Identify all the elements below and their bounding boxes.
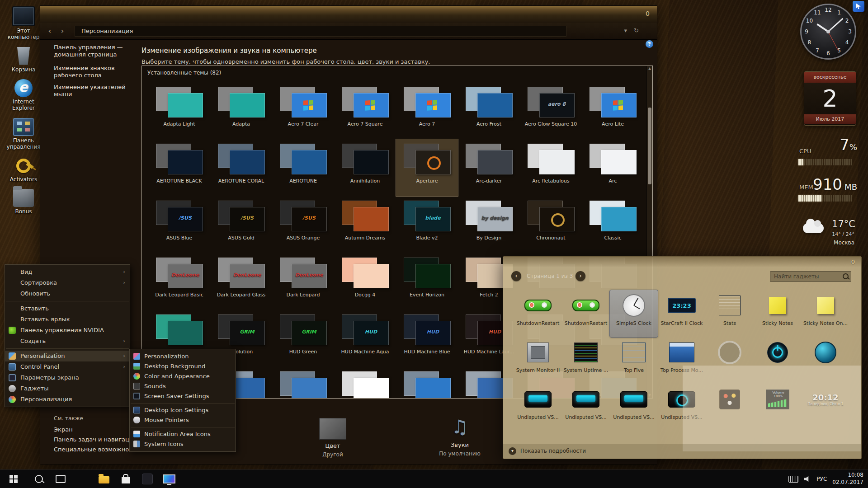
gadget-globe[interactable]	[802, 337, 849, 384]
sidebar-item-desktop-icons[interactable]: Изменение значков рабочего стола	[54, 65, 140, 80]
gadgets-next-page-button[interactable]: ›	[576, 271, 585, 281]
taskbar-app-dark-button[interactable]	[137, 470, 157, 488]
sidebar-item-home[interactable]: Панель управления — домашняя страница	[54, 44, 140, 59]
gadget-ShutdownRestart[interactable]: ShutdownRestart	[562, 290, 610, 337]
desktop-icon-activators[interactable]: Activators	[2, 157, 45, 183]
desktop-icon-control[interactable]: Панель управления	[2, 118, 45, 150]
sidebar-item-accessibility[interactable]: Специальные возможности	[54, 446, 140, 453]
context-menu-item-панель-управления-nvidia[interactable]: Панель управления NVIDIA	[5, 325, 130, 336]
theme-Annihilation[interactable]: Annihilation	[334, 139, 396, 196]
theme-Aero 7[interactable]: Aero 7	[396, 82, 458, 139]
theme-thumbnail[interactable]	[272, 367, 334, 399]
theme-Blade v2[interactable]: bladeBlade v2	[396, 196, 458, 253]
tray-clock[interactable]: 10:08 02.07.2017	[832, 472, 863, 486]
taskbar-explorer-button[interactable]	[94, 470, 114, 488]
gadget-SimpleS Clock[interactable]: SimpleS Clock	[610, 290, 658, 337]
address-dropdown-icon[interactable]: ▾	[624, 27, 627, 34]
taskbar-app-display-button[interactable]	[159, 470, 179, 488]
theme-ASUS Gold[interactable]: /SUSASUS Gold	[210, 196, 272, 253]
refresh-icon[interactable]: ↻	[634, 27, 639, 34]
show-details-icon[interactable]: ▾	[509, 447, 516, 455]
theme-ASUS Blue[interactable]: /SUSASUS Blue	[148, 196, 210, 253]
theme-Aero Lite[interactable]: Aero Lite	[582, 82, 644, 139]
context-menu-item-вид[interactable]: Вид›	[5, 267, 130, 277]
taskbar-taskview-button[interactable]	[51, 470, 71, 488]
theme-Arc-darker[interactable]: Arc-darker	[458, 139, 520, 196]
submenu-item-mouse-pointers[interactable]: Mouse Pointers	[130, 415, 236, 425]
desktop-icon-ie[interactable]: Internet Explorer	[2, 79, 45, 112]
context-menu-item-personalization[interactable]: Personalization›	[5, 351, 130, 361]
gadget-Undisputed VS...[interactable]: Undisputed VS...	[514, 384, 562, 431]
show-details-label[interactable]: Показать подробности	[520, 448, 586, 454]
desktop-icon-recycle[interactable]: Корзина	[2, 47, 45, 73]
theme-ASUS Orange[interactable]: /SUSASUS Orange	[272, 196, 334, 253]
theme-HUD Green[interactable]: GRIMHUD Green	[272, 310, 334, 367]
context-menu-item-обновить[interactable]: Обновить	[5, 288, 130, 299]
theme-Classic[interactable]: Classic	[582, 196, 644, 253]
theme-HUD Machine Aqua[interactable]: HUDHUD Machine Aqua	[334, 310, 396, 367]
scroll-up-icon[interactable]: ▲	[648, 67, 651, 70]
theme-Adapta[interactable]: Adapta	[210, 82, 272, 139]
theme-Aero Glow Square 10[interactable]: aero 8Aero Glow Square 10	[520, 82, 582, 139]
taskbar-edge-button[interactable]	[72, 470, 92, 488]
taskbar-store-button[interactable]	[116, 470, 136, 488]
theme-Aero Frost[interactable]: Aero Frost	[458, 82, 520, 139]
gadget-tools[interactable]	[706, 384, 754, 431]
context-menu-item-создать[interactable]: Создать›	[5, 336, 130, 347]
theme-Dark Leopard[interactable]: DenLeoneDark Leopard	[272, 253, 334, 310]
sounds-setting[interactable]: Звуки По умолчанию	[424, 418, 496, 457]
forward-button[interactable]: ›	[57, 26, 67, 36]
sidebar-item-display[interactable]: Экран	[54, 426, 140, 433]
gadget-ShutdownRestart[interactable]: ShutdownRestart	[514, 290, 562, 337]
gadget-Sticky Notes On...[interactable]: Sticky Notes On...	[802, 290, 849, 337]
language-indicator[interactable]: РУС	[816, 476, 827, 482]
sidebar-item-mouse-pointers[interactable]: Изменение указателей мыши	[54, 84, 140, 99]
back-button[interactable]: ‹	[45, 26, 55, 36]
gadget-Stats[interactable]: Stats	[706, 290, 754, 337]
desktop-icon-computer[interactable]: Этот компьютер	[2, 6, 45, 41]
theme-Aperture[interactable]: Aperture	[396, 139, 458, 196]
context-menu-item-вставить-ярлык[interactable]: Вставить ярлык	[5, 314, 130, 325]
clock-gadget[interactable]: 121234567891011	[800, 4, 856, 60]
taskbar-search-button[interactable]	[29, 470, 49, 488]
theme-AEROTUNE BLACK[interactable]: AEROTUNE BLACK	[148, 139, 210, 196]
volume-icon[interactable]	[804, 476, 811, 482]
desktop-icon-bonus[interactable]: Bonus	[2, 189, 45, 215]
theme-Dark Leopard Basic[interactable]: DenLeoneDark Leopard Basic	[148, 253, 210, 310]
gadget-power[interactable]	[754, 337, 802, 384]
mem-gadget[interactable]: MEM 910 MB	[797, 175, 858, 204]
context-menu-item-гаджеты[interactable]: Гаджеты	[5, 383, 130, 394]
submenu-item-sounds[interactable]: Sounds	[130, 381, 236, 391]
submenu-item-desktop-background[interactable]: Desktop Background	[130, 361, 236, 371]
theme-Dark Leopard Glass[interactable]: DenLeoneDark Leopard Glass	[210, 253, 272, 310]
submenu-item-personalization[interactable]: Personalization	[130, 352, 236, 361]
sidebar-item-taskbar-nav[interactable]: Панель задач и навигация	[54, 436, 140, 443]
gadget-StarCraft II Clock[interactable]: 23:23StarCraft II Clock	[658, 290, 706, 337]
theme-AEROTUNE[interactable]: AEROTUNE	[272, 139, 334, 196]
gadget-clock-gray[interactable]	[706, 337, 754, 384]
window-titlebar[interactable]: 0	[40, 6, 657, 23]
gadget-System Uptime ...[interactable]: System Uptime ...	[562, 337, 610, 384]
submenu-item-system-icons[interactable]: System Icons	[130, 439, 236, 449]
gadget-volume[interactable]: Volume 100%	[754, 384, 802, 431]
weather-gadget[interactable]: 17°C 14° / 24° Москва	[801, 219, 857, 249]
submenu-item-notification-area-icons[interactable]: Notification Area Icons	[130, 429, 236, 439]
cpu-gadget[interactable]: CPU 7%	[797, 136, 858, 168]
address-bar[interactable]: Персонализация	[75, 26, 566, 37]
gadget-Top Five[interactable]: Top Five	[610, 337, 658, 384]
gadget-vs-clock[interactable]: 20:12Понеділок, Січня 1	[802, 384, 849, 431]
submenu-item-screen-saver-settings[interactable]: Screen Saver Settings	[130, 391, 236, 401]
context-menu-item-сортировка[interactable]: Сортировка›	[5, 277, 130, 288]
theme-By Design[interactable]: by designBy Design	[458, 196, 520, 253]
gadget-Undisputed VS...[interactable]: Undisputed VS...	[610, 384, 658, 431]
theme-Aero 7 Clear[interactable]: Aero 7 Clear	[272, 82, 334, 139]
theme-HUD Machine Blue[interactable]: HUDHUD Machine Blue	[396, 310, 458, 367]
color-setting[interactable]: Цвет Другой	[297, 418, 369, 458]
theme-thumbnail[interactable]	[334, 367, 396, 399]
gadget-Top Process Mo...[interactable]: Top Process Mo...	[658, 337, 706, 384]
gadgets-prev-page-button[interactable]: ‹	[511, 271, 521, 281]
taskbar-start-button[interactable]	[4, 470, 24, 488]
gadget-Sticky Notes[interactable]: Sticky Notes	[754, 290, 802, 337]
theme-Adapta Light[interactable]: Adapta Light	[148, 82, 210, 139]
submenu-item-color-and-appearance[interactable]: Color and Appearance	[130, 371, 236, 381]
